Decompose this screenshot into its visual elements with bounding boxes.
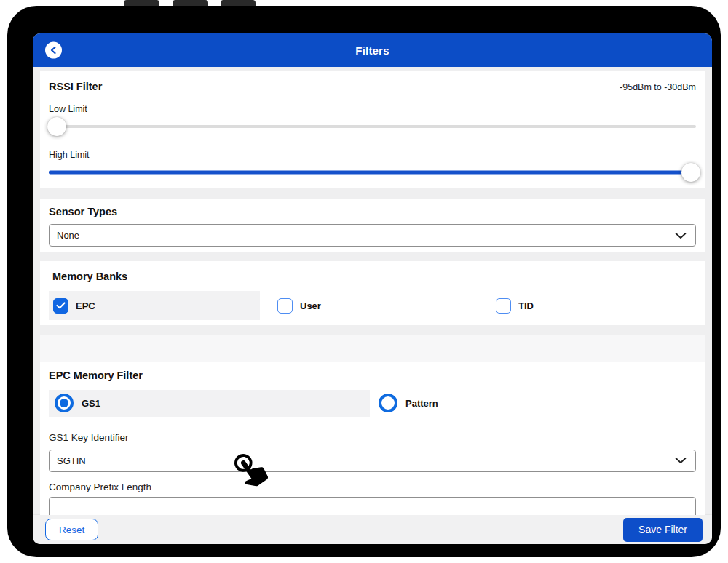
tablet-bezel: Filters RSSI Filter -95dBm to -30dBm Low…: [7, 6, 721, 557]
footer-action-bar: Reset Save Filter: [33, 515, 712, 544]
radio-selected-icon[interactable]: [55, 394, 74, 412]
checkbox-item-epc[interactable]: EPC: [49, 291, 260, 320]
memory-banks-row: EPC User TID: [49, 291, 696, 320]
checkbox-unchecked-icon[interactable]: [496, 298, 511, 314]
reset-button[interactable]: Reset: [45, 519, 98, 540]
memory-banks-card: Memory Banks EPC User: [40, 261, 705, 325]
checkbox-unchecked-icon[interactable]: [277, 298, 293, 314]
section-spacer: [40, 335, 705, 362]
back-button[interactable]: [45, 42, 62, 59]
sensor-types-card: Sensor Types None: [40, 199, 705, 252]
chevron-left-icon: [50, 47, 57, 55]
screenshot-stage: Filters RSSI Filter -95dBm to -30dBm Low…: [0, 0, 728, 563]
epc-memory-filter-card: EPC Memory Filter GS1 Pattern GS1 Key Id…: [40, 362, 705, 515]
app-header: Filters: [33, 33, 712, 67]
radio-label: Pattern: [405, 398, 438, 409]
radio-item-pattern[interactable]: Pattern: [379, 394, 438, 412]
high-limit-slider[interactable]: [49, 163, 696, 182]
slider-track[interactable]: [49, 171, 696, 175]
chevron-down-icon: [675, 458, 687, 464]
checkbox-checked-icon[interactable]: [53, 298, 68, 314]
content-area: RSSI Filter -95dBm to -30dBm Low Limit H…: [33, 67, 712, 515]
rssi-range-text: -95dBm to -30dBm: [620, 82, 696, 92]
memory-banks-title: Memory Banks: [49, 261, 696, 282]
high-limit-slider-thumb[interactable]: [681, 163, 700, 182]
epc-memory-filter-title: EPC Memory Filter: [49, 362, 696, 381]
gs1-key-identifier-value: SGTIN: [57, 455, 86, 466]
company-prefix-length-label: Company Prefix Length: [49, 482, 696, 492]
sensor-types-dropdown[interactable]: None: [49, 224, 696, 247]
low-limit-slider-thumb[interactable]: [47, 117, 66, 136]
sensor-types-selected-value: None: [57, 230, 79, 241]
chevron-down-icon: [675, 232, 687, 239]
slider-track[interactable]: [49, 125, 696, 128]
radio-unselected-icon[interactable]: [379, 394, 397, 412]
app-screen: Filters RSSI Filter -95dBm to -30dBm Low…: [33, 33, 712, 544]
company-prefix-length-input[interactable]: [49, 497, 696, 515]
low-limit-slider[interactable]: [49, 117, 696, 136]
radio-item-gs1[interactable]: GS1: [49, 390, 370, 417]
checkbox-item-tid[interactable]: TID: [496, 298, 534, 314]
rssi-filter-card: RSSI Filter -95dBm to -30dBm Low Limit H…: [40, 71, 705, 188]
epc-filter-mode-row: GS1 Pattern: [49, 390, 696, 417]
sensor-types-title: Sensor Types: [49, 199, 696, 217]
high-limit-label: High Limit: [49, 150, 696, 160]
rssi-filter-title: RSSI Filter: [49, 81, 102, 92]
low-limit-label: Low Limit: [49, 104, 696, 114]
checkbox-label: TID: [518, 300, 534, 311]
page-title: Filters: [355, 44, 389, 57]
checkbox-label: User: [300, 300, 321, 311]
radio-label: GS1: [82, 398, 100, 409]
checkbox-item-user[interactable]: User: [277, 298, 496, 314]
checkbox-label: EPC: [76, 300, 95, 311]
gs1-key-identifier-dropdown[interactable]: SGTIN: [49, 450, 696, 472]
save-filter-button[interactable]: Save Filter: [623, 518, 703, 542]
gs1-key-identifier-label: GS1 Key Identifier: [49, 432, 696, 443]
